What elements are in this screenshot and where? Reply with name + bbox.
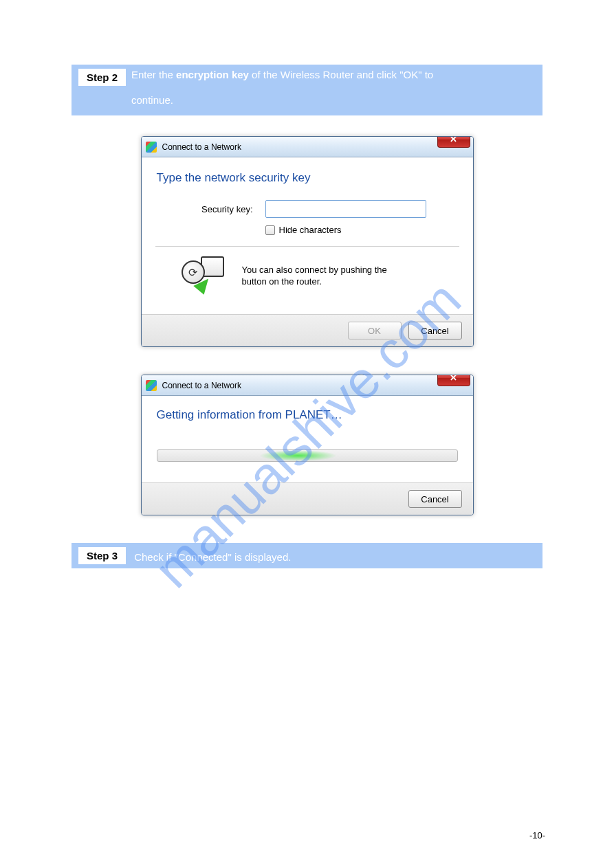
dialog-progress: Connect to a Network ✕ Getting informati… xyxy=(141,375,474,515)
step2-label: Step 2 xyxy=(78,69,126,86)
dialog2-heading: Getting information from PLANET… xyxy=(157,408,458,422)
close-button[interactable]: ✕ xyxy=(437,136,470,148)
router-wps-icon xyxy=(177,256,231,296)
network-dialog-icon xyxy=(146,142,157,153)
step2-bar-line2: Step 2 continue. xyxy=(72,90,542,115)
cancel-button[interactable]: Cancel xyxy=(408,490,462,508)
ok-button[interactable]: OK xyxy=(348,322,402,340)
dialog-security-key: Connect to a Network ✕ Type the network … xyxy=(141,136,474,347)
dialog1-heading: Type the network security key xyxy=(157,171,458,185)
dialog2-button-row: Cancel xyxy=(142,482,473,515)
dialog1-button-row: OK Cancel xyxy=(142,314,473,346)
dialog2-body: Getting information from PLANET… xyxy=(142,396,473,462)
dialog2-title: Connect to a Network xyxy=(162,381,241,390)
step2-text-continue: continue. xyxy=(131,94,173,111)
titlebar-1: Connect to a Network ✕ xyxy=(142,137,473,157)
wps-hint-text: You can also connect by pushing the butt… xyxy=(242,265,387,288)
titlebar-2: Connect to a Network ✕ xyxy=(142,375,473,396)
step3-bar: Step 3 Check if "Connected" is displayed… xyxy=(72,543,542,568)
security-key-label: Security key: xyxy=(184,204,253,214)
close-button[interactable]: ✕ xyxy=(437,375,470,386)
step3-label: Step 3 xyxy=(78,547,126,564)
network-dialog-icon xyxy=(146,380,157,391)
progress-bar xyxy=(157,449,458,462)
hide-characters-label: Hide characters xyxy=(279,225,342,235)
hide-characters-checkbox[interactable] xyxy=(265,225,275,235)
divider xyxy=(155,246,459,247)
dialog1-body: Type the network security key Security k… xyxy=(142,157,473,314)
dialog1-title: Connect to a Network xyxy=(162,142,241,152)
page-number: -10- xyxy=(529,830,545,841)
hide-characters-row[interactable]: Hide characters xyxy=(265,225,458,235)
progress-glow xyxy=(259,450,337,461)
step2-text: Enter the encryption key of the Wireless… xyxy=(131,69,433,80)
cancel-button[interactable]: Cancel xyxy=(408,322,462,340)
security-key-input[interactable] xyxy=(265,200,426,218)
step3-text: Check if "Connected" is displayed. xyxy=(134,551,291,563)
security-key-row: Security key: xyxy=(184,200,458,218)
wps-hint-row: You can also connect by pushing the butt… xyxy=(157,256,458,296)
step2-bar: Step 2 Enter the encryption key of the W… xyxy=(72,65,542,90)
